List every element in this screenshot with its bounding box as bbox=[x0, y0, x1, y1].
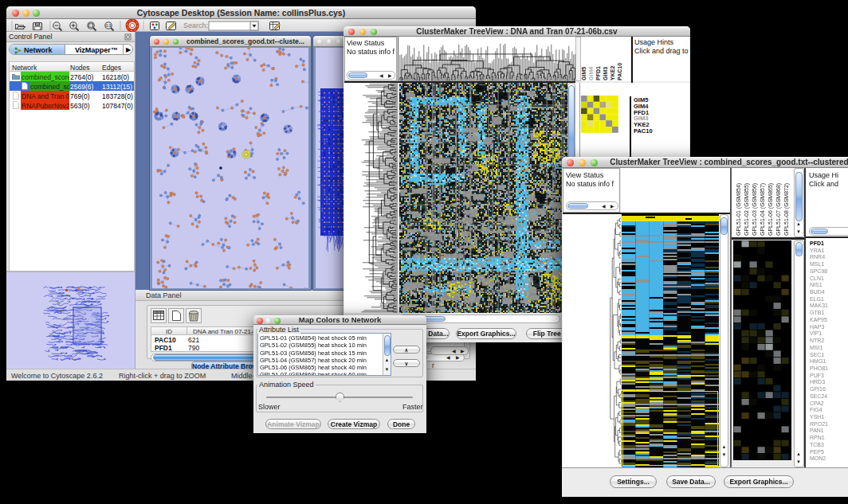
svg-text:1:1: 1:1 bbox=[106, 24, 112, 28]
svg-text:Search:: Search: bbox=[183, 21, 208, 29]
